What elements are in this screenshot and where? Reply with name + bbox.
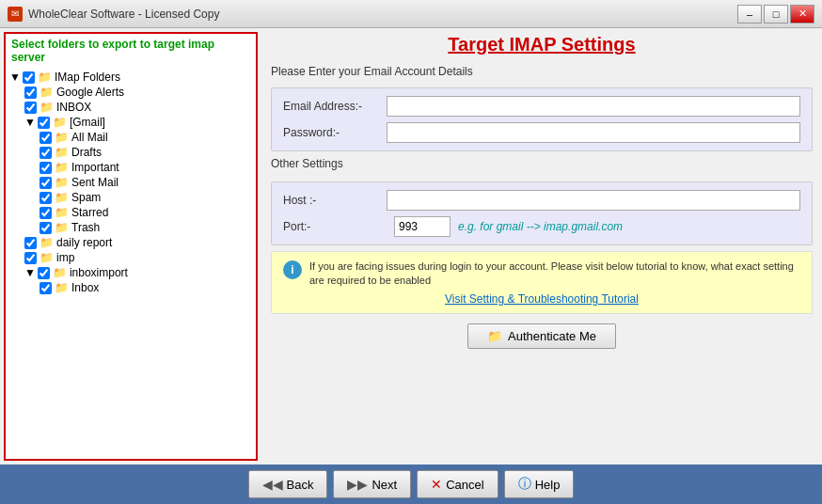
window-title: WholeClear Software - Licensed Copy bbox=[28, 8, 219, 21]
folder-icon-auth: 📁 bbox=[487, 329, 502, 343]
label-inboximport: inboximport bbox=[70, 266, 128, 279]
label-imp: imp bbox=[56, 251, 74, 264]
host-row: Host :- bbox=[283, 190, 800, 211]
next-icon: ▶▶ bbox=[347, 477, 368, 492]
help-label: Help bbox=[535, 478, 561, 492]
folder-icon-drafts: 📁 bbox=[55, 146, 69, 159]
main-content: Select folders to export to target imap … bbox=[0, 28, 822, 465]
checkbox-drafts[interactable] bbox=[40, 147, 52, 159]
tree-item-important: 📁 Important bbox=[40, 160, 252, 175]
folder-icon-all-mail: 📁 bbox=[55, 131, 69, 144]
password-row: Password:- bbox=[283, 122, 800, 143]
email-label: Email Address:- bbox=[283, 100, 387, 113]
password-input[interactable] bbox=[387, 122, 800, 143]
checkbox-inbox[interactable] bbox=[24, 102, 37, 114]
label-important: Important bbox=[71, 161, 119, 174]
credentials-section: Email Address:- Password:- bbox=[271, 87, 813, 151]
checkbox-trash[interactable] bbox=[40, 222, 52, 234]
minimize-button[interactable]: – bbox=[737, 5, 762, 24]
folder-icon-inboximport: 📁 bbox=[53, 266, 67, 279]
authenticate-label: Authenticate Me bbox=[508, 329, 596, 343]
tree-item-trash: 📁 Trash bbox=[40, 220, 252, 235]
close-button[interactable]: ✕ bbox=[790, 5, 814, 24]
folder-icon-daily-report: 📁 bbox=[40, 236, 54, 249]
folder-tree: ▼ 📁 IMap Folders 📁 Google Alerts 📁 INBOX bbox=[6, 68, 256, 297]
left-panel-header: Select folders to export to target imap … bbox=[6, 34, 256, 68]
next-button[interactable]: ▶▶ Next bbox=[333, 470, 411, 498]
checkbox-google-alerts[interactable] bbox=[24, 87, 37, 99]
tree-item-all-mail: 📁 All Mail bbox=[40, 130, 252, 145]
folder-icon-root: 📁 bbox=[38, 71, 52, 84]
info-section: i If you are facing issues during login … bbox=[271, 251, 813, 314]
checkbox-spam[interactable] bbox=[40, 192, 52, 204]
label-gmail: [Gmail] bbox=[70, 116, 105, 129]
folder-icon-trash: 📁 bbox=[55, 221, 69, 234]
title-bar: WholeClear Software - Licensed Copy – □ … bbox=[0, 0, 822, 28]
authenticate-area: 📁 Authenticate Me bbox=[271, 323, 813, 349]
email-row: Email Address:- bbox=[283, 96, 800, 117]
checkbox-imap-folders[interactable] bbox=[23, 71, 35, 84]
expand-icon-inboximport[interactable]: ▼ bbox=[24, 266, 36, 279]
checkbox-all-mail[interactable] bbox=[40, 132, 52, 144]
password-label: Password:- bbox=[283, 126, 387, 139]
tree-item-daily-report: 📁 daily report bbox=[24, 235, 252, 250]
tree-root-children: 📁 Google Alerts 📁 INBOX ▼ 📁 [Gmail] bbox=[9, 85, 252, 295]
cancel-button[interactable]: ✕ Cancel bbox=[417, 470, 498, 498]
right-panel: Target IMAP Settings Please Enter your E… bbox=[261, 28, 822, 465]
tree-item-spam: 📁 Spam bbox=[40, 190, 252, 205]
tree-item-drafts: 📁 Drafts bbox=[40, 145, 252, 160]
email-input[interactable] bbox=[387, 96, 800, 117]
label-all-mail: All Mail bbox=[71, 131, 108, 144]
back-label: Back bbox=[287, 478, 314, 492]
tutorial-link[interactable]: Visit Setting & Troubleshooting Tutorial bbox=[283, 292, 800, 306]
inboximport-children: 📁 Inbox bbox=[24, 280, 252, 295]
help-button[interactable]: ⓘ Help bbox=[504, 470, 575, 498]
folder-icon-google-alerts: 📁 bbox=[40, 86, 54, 99]
back-button[interactable]: ◀◀ Back bbox=[248, 470, 328, 498]
tree-item-imp: 📁 imp bbox=[24, 250, 252, 265]
checkbox-gmail[interactable] bbox=[38, 117, 50, 129]
other-settings-label: Other Settings bbox=[271, 157, 813, 170]
folder-icon-starred: 📁 bbox=[55, 206, 69, 219]
bottom-bar: ◀◀ Back ▶▶ Next ✕ Cancel ⓘ Help bbox=[0, 465, 822, 504]
maximize-button[interactable]: □ bbox=[764, 5, 788, 24]
checkbox-starred[interactable] bbox=[40, 207, 52, 219]
checkbox-imp[interactable] bbox=[24, 252, 37, 264]
info-text: If you are facing issues during login to… bbox=[309, 260, 800, 289]
folder-icon-spam: 📁 bbox=[55, 191, 69, 204]
cancel-label: Cancel bbox=[446, 478, 483, 492]
tree-item-starred: 📁 Starred bbox=[40, 205, 252, 220]
info-row: i If you are facing issues during login … bbox=[283, 260, 800, 289]
title-bar-left: WholeClear Software - Licensed Copy bbox=[8, 7, 219, 22]
label-trash: Trash bbox=[71, 221, 100, 234]
tree-item-inbox: 📁 INBOX bbox=[24, 100, 252, 115]
host-input[interactable] bbox=[387, 190, 800, 211]
folder-icon-inbox2: 📁 bbox=[55, 281, 69, 294]
left-panel: Select folders to export to target imap … bbox=[4, 32, 258, 461]
app-icon bbox=[8, 7, 23, 22]
tree-item-gmail: ▼ 📁 [Gmail] bbox=[24, 115, 252, 130]
cancel-icon: ✕ bbox=[431, 477, 442, 492]
expand-icon-root[interactable]: ▼ bbox=[9, 71, 21, 84]
folder-icon-imp: 📁 bbox=[40, 251, 54, 264]
label-imap-folders: IMap Folders bbox=[55, 71, 120, 84]
label-daily-report: daily report bbox=[56, 236, 112, 249]
checkbox-inbox2[interactable] bbox=[40, 282, 52, 294]
checkbox-daily-report[interactable] bbox=[24, 237, 37, 249]
checkbox-inboximport[interactable] bbox=[38, 267, 50, 279]
folder-icon-sent-mail: 📁 bbox=[55, 176, 69, 189]
window-controls[interactable]: – □ ✕ bbox=[737, 5, 814, 24]
checkbox-sent-mail[interactable] bbox=[40, 177, 52, 189]
authenticate-button[interactable]: 📁 Authenticate Me bbox=[467, 323, 616, 349]
label-drafts: Drafts bbox=[71, 146, 102, 159]
tree-item-sent-mail: 📁 Sent Mail bbox=[40, 175, 252, 190]
expand-icon-gmail[interactable]: ▼ bbox=[24, 116, 36, 129]
tree-root: ▼ 📁 IMap Folders bbox=[9, 70, 252, 85]
gmail-children: 📁 All Mail 📁 Drafts 📁 Important bbox=[24, 130, 252, 235]
checkbox-important[interactable] bbox=[40, 162, 52, 174]
port-row: Port:- e.g. for gmail --> imap.gmail.com bbox=[283, 216, 800, 237]
next-label: Next bbox=[371, 478, 397, 492]
port-input[interactable] bbox=[394, 216, 451, 237]
info-icon: i bbox=[283, 260, 302, 279]
label-inbox2: Inbox bbox=[71, 281, 99, 294]
